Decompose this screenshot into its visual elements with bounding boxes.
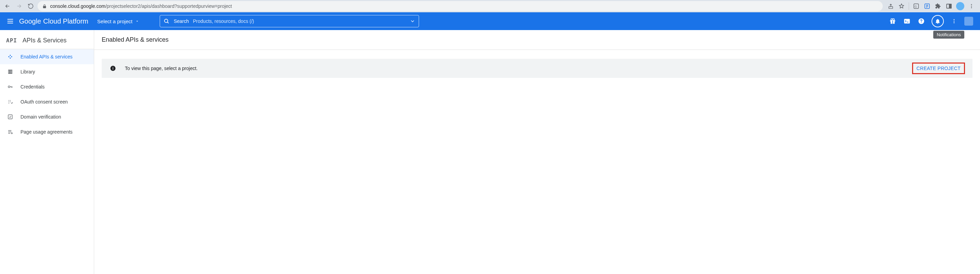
banner-message: To view this page, select a project. — [125, 66, 912, 71]
extensions-icon[interactable] — [934, 2, 942, 10]
svg-rect-22 — [10, 70, 11, 74]
address-bar[interactable]: console.cloud.google.com/projectselector… — [38, 1, 883, 11]
agreements-icon — [7, 128, 14, 135]
sidebar-item-label: Domain verification — [21, 114, 61, 120]
reload-button[interactable] — [26, 2, 35, 11]
url-host: console.cloud.google.com — [50, 3, 105, 9]
panel-icon[interactable] — [945, 2, 953, 10]
svg-point-17 — [921, 22, 922, 23]
arrow-left-icon — [5, 3, 11, 9]
svg-rect-30 — [8, 115, 12, 119]
search-label: Search — [174, 18, 189, 24]
svg-point-26 — [10, 100, 11, 101]
sidebar-item-label: Enabled APIs & services — [21, 54, 73, 59]
svg-point-8 — [971, 7, 972, 8]
svg-rect-12 — [892, 21, 893, 24]
star-icon[interactable] — [898, 2, 905, 10]
share-icon[interactable] — [887, 2, 894, 10]
svg-point-20 — [954, 22, 955, 23]
sidebar: API APIs & Services Enabled APIs & servi… — [0, 30, 94, 274]
cloud-shell-icon[interactable] — [903, 17, 911, 25]
url-text: console.cloud.google.com/projectselector… — [50, 3, 232, 9]
svg-point-28 — [10, 101, 11, 102]
browser-chrome: console.cloud.google.com/projectselector… — [0, 0, 980, 12]
sidebar-item-enabled-apis[interactable]: Enabled APIs & services — [0, 49, 94, 64]
svg-rect-23 — [11, 70, 12, 74]
checkbox-icon — [7, 114, 14, 120]
svg-rect-33 — [113, 68, 113, 70]
project-picker[interactable]: Select a project — [97, 18, 139, 24]
sidebar-item-oauth[interactable]: OAuth consent screen — [0, 94, 94, 109]
page-body: API APIs & Services Enabled APIs & servi… — [0, 30, 980, 274]
help-icon[interactable] — [917, 17, 925, 25]
svg-point-27 — [8, 101, 9, 102]
sidebar-item-label: Page usage agreements — [21, 129, 73, 135]
svg-point-19 — [954, 21, 955, 22]
chrome-actions: G — [885, 2, 977, 10]
lock-icon — [42, 4, 47, 8]
project-picker-label: Select a project — [97, 18, 132, 24]
svg-point-25 — [8, 100, 9, 101]
sidebar-item-credentials[interactable]: Credentials — [0, 79, 94, 94]
svg-rect-15 — [904, 19, 910, 23]
arrow-right-icon — [16, 3, 22, 9]
svg-point-24 — [8, 86, 10, 88]
app-extension-icon[interactable] — [923, 2, 931, 10]
page-title: Enabled APIs & services — [94, 30, 980, 50]
select-project-banner: To view this page, select a project. CRE… — [102, 59, 972, 78]
sidebar-item-library[interactable]: Library — [0, 64, 94, 79]
sidebar-item-label: OAuth consent screen — [21, 99, 68, 104]
svg-point-14 — [892, 19, 894, 21]
menu-button[interactable] — [5, 16, 16, 27]
back-button[interactable] — [3, 2, 12, 11]
chrome-menu-icon[interactable] — [968, 2, 975, 10]
gcp-logo-google: Google — [19, 18, 41, 25]
search-icon — [164, 18, 170, 24]
search-box[interactable]: Search Products, resources, docs (/) — [160, 15, 419, 27]
gcp-logo[interactable]: Google Cloud Platform — [19, 18, 88, 25]
create-project-button[interactable]: CREATE PROJECT — [912, 62, 965, 74]
gcp-logo-rest: Cloud Platform — [43, 18, 88, 25]
svg-point-34 — [113, 67, 113, 68]
sidebar-header[interactable]: API APIs & Services — [0, 32, 94, 49]
chevron-down-icon — [410, 18, 415, 24]
forward-button[interactable] — [14, 2, 24, 11]
bell-icon — [935, 18, 941, 24]
diamond-icon — [7, 53, 14, 60]
banner-wrap: To view this page, select a project. CRE… — [94, 50, 980, 87]
sidebar-item-label: Credentials — [21, 84, 45, 90]
translate-extension-icon[interactable]: G — [912, 2, 920, 10]
sidebar-item-domain-verification[interactable]: Domain verification — [0, 109, 94, 124]
api-logo: API — [6, 37, 17, 44]
sidebar-section-title: APIs & Services — [22, 37, 67, 44]
hamburger-icon — [6, 18, 14, 25]
svg-point-18 — [954, 19, 955, 20]
notifications-button[interactable] — [932, 15, 944, 27]
library-icon — [7, 68, 14, 75]
svg-rect-5 — [949, 4, 951, 8]
info-icon — [109, 64, 117, 72]
gcp-account[interactable] — [964, 17, 973, 26]
notifications-tooltip: Notifications — [933, 31, 964, 38]
main-content: Enabled APIs & services To view this pag… — [94, 30, 980, 274]
search-placeholder: Products, resources, docs (/) — [193, 18, 406, 24]
sidebar-item-label: Library — [21, 69, 35, 74]
caret-down-icon — [135, 19, 139, 23]
url-path: /projectselector2/apis/dashboard?support… — [105, 3, 232, 9]
svg-point-9 — [164, 19, 168, 22]
gift-icon[interactable] — [889, 17, 897, 25]
key-icon — [7, 83, 14, 90]
gcp-header: Google Cloud Platform Select a project S… — [0, 12, 980, 30]
svg-rect-21 — [8, 70, 10, 74]
gcp-more-icon[interactable] — [950, 17, 958, 25]
svg-point-7 — [971, 6, 972, 7]
svg-point-31 — [11, 133, 12, 134]
consent-icon — [7, 98, 14, 105]
svg-text:G: G — [915, 5, 917, 8]
sidebar-item-page-usage[interactable]: Page usage agreements — [0, 124, 94, 139]
svg-point-29 — [8, 103, 9, 104]
gcp-header-actions — [889, 15, 975, 27]
profile-avatar[interactable] — [956, 2, 964, 10]
svg-point-6 — [971, 4, 972, 5]
reload-icon — [28, 3, 34, 9]
